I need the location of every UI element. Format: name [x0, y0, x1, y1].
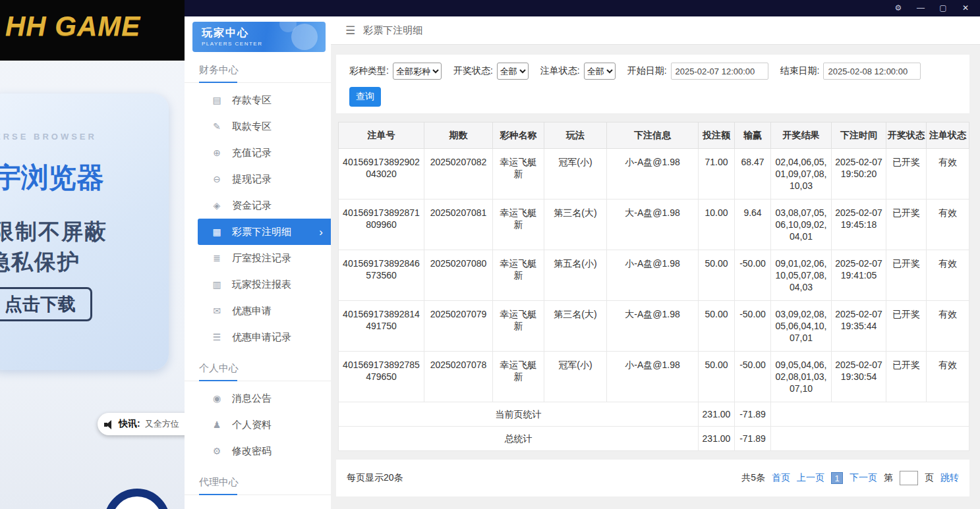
table-row: 40156917389278547965020250207078幸运飞艇新冠军(… — [339, 352, 969, 402]
column-header: 下注信息 — [607, 122, 699, 149]
sidebar-item-label: 优惠申请 — [232, 305, 272, 317]
draw-status-select[interactable]: 全部 — [497, 63, 529, 80]
table-cell: 20250207082 — [424, 149, 493, 200]
promo-title: 宇浏览器 — [0, 159, 104, 196]
order-status-select[interactable]: 全部 — [584, 63, 616, 80]
sidebar-item[interactable]: ◈资金记录 — [198, 192, 331, 219]
sidebar-item-label: 资金记录 — [232, 200, 272, 212]
table-cell: 有效 — [927, 200, 969, 250]
sidebar-menu: 财务中心▤存款专区✎取款专区⊕充值记录⊖提现记录◈资金记录▦彩票下注明细›≣厅室… — [185, 57, 331, 495]
password-icon: ⚙ — [211, 446, 223, 456]
table-cell: 09,05,04,06,02,08,01,03,07,10 — [771, 352, 832, 402]
table-cell: -50.00 — [735, 301, 771, 352]
table-cell: 10.00 — [699, 200, 735, 250]
sidebar-header: 玩家中心 PLAYERS CENTER — [192, 22, 326, 52]
sidebar-item[interactable]: ✉优惠申请 — [198, 298, 331, 324]
sidebar-item[interactable]: ≣厅室投注记录 — [198, 245, 331, 271]
sidebar-section-label: 个人中心 — [185, 356, 331, 381]
column-header: 期数 — [424, 122, 493, 149]
sidebar-item[interactable]: ☰优惠申请记录 — [198, 324, 331, 350]
profile-icon: ♟ — [211, 419, 223, 430]
column-header: 玩法 — [544, 122, 607, 149]
page-title: 彩票下注明细 — [363, 24, 422, 37]
sidebar-item[interactable]: ⊖提现记录 — [198, 166, 331, 192]
table-cell: 大-A盘@1.98 — [607, 301, 699, 352]
current-page[interactable]: 1 — [831, 472, 843, 484]
message-icon: ◉ — [211, 393, 223, 404]
filter-label: 注单状态: — [540, 65, 580, 77]
lottery-type-select[interactable]: 全部彩种 — [393, 63, 442, 80]
menu-toggle-icon[interactable]: ☰ — [345, 24, 355, 38]
sidebar-item[interactable]: ▤存款专区 — [198, 87, 331, 113]
table-cell: 401569173892846573560 — [339, 250, 424, 301]
app-window: ⚙ — ▢ ✕ 玩家中心 PLAYERS CENTER 财务中心▤存款专区✎取款… — [185, 0, 980, 509]
maximize-icon[interactable]: ▢ — [938, 0, 948, 16]
sidebar-item[interactable]: ⚙修改密码 — [198, 438, 331, 464]
page-word-prefix: 第 — [884, 472, 893, 484]
sidebar-item[interactable]: ⊕充值记录 — [198, 140, 331, 166]
promo-line-3: 隐私保护 — [0, 248, 80, 277]
download-button[interactable]: 点击下载 — [0, 287, 92, 321]
sidebar-title: 玩家中心 — [202, 26, 326, 40]
table-cell: 2025-02-07 19:45:18 — [832, 200, 886, 250]
query-button[interactable]: 查询 — [349, 87, 381, 107]
ticker-text: 又全方位 — [145, 418, 179, 430]
close-icon[interactable]: ✕ — [960, 0, 971, 16]
funds-icon: ◈ — [211, 200, 223, 211]
end-date-input[interactable] — [823, 63, 921, 80]
sidebar-item-label: 厅室投注记录 — [232, 252, 291, 265]
table-cell: 冠军(小) — [544, 149, 607, 200]
titlebar: ⚙ — ▢ ✕ — [185, 0, 980, 16]
sidebar-section-label: 财务中心 — [185, 57, 331, 83]
table-cell: 幸运飞艇新 — [493, 250, 544, 301]
table-cell: 小-A盘@1.98 — [607, 149, 699, 200]
summary-row: 总统计231.00-71.89 — [339, 427, 969, 451]
table-cell: -50.00 — [735, 250, 771, 301]
table-row: 40156917389281449175020250207079幸运飞艇新第三名… — [339, 301, 969, 352]
promo-banner: ERSE BROWSER 宇浏览器 限制不屏蔽 隐私保护 点击下载 — [0, 94, 169, 370]
page-jump-input[interactable] — [900, 471, 918, 485]
next-page-link[interactable]: 下一页 — [850, 472, 877, 484]
table-cell: 20250207079 — [424, 301, 493, 352]
ticker-label: 快讯: — [119, 418, 140, 430]
speaker-icon — [104, 419, 114, 429]
sidebar-item-label: 取款专区 — [232, 121, 272, 133]
site-logo: HH GAME — [5, 11, 140, 42]
sidebar-item-label: 个人资料 — [232, 419, 272, 431]
chevron-right-icon: › — [319, 227, 331, 238]
sidebar-subtitle: PLAYERS CENTER — [202, 41, 326, 47]
minimize-icon[interactable]: — — [915, 0, 926, 16]
summary-empty-cell — [771, 427, 969, 451]
lottery-detail-icon: ▦ — [211, 227, 223, 237]
cashout-icon: ⊖ — [211, 174, 223, 184]
column-header: 注单状态 — [927, 122, 969, 149]
table-cell: 幸运飞艇新 — [493, 200, 544, 250]
summary-label: 当前页统计 — [339, 402, 699, 427]
prev-page-link[interactable]: 上一页 — [797, 472, 824, 484]
sidebar-item[interactable]: ▥玩家投注报表 — [198, 271, 331, 298]
sidebar-item[interactable]: ◉消息公告 — [198, 385, 331, 412]
table-cell: 已开奖 — [886, 200, 927, 250]
page-header: ☰ 彩票下注明细 — [331, 16, 980, 45]
table-cell: 第三名(大) — [544, 200, 607, 250]
total-count: 共5条 — [741, 472, 765, 484]
table-cell: 有效 — [927, 250, 969, 301]
first-page-link[interactable]: 首页 — [772, 472, 790, 484]
table-cell: 20250207078 — [424, 352, 493, 402]
news-ticker: 快讯: 又全方位 — [98, 413, 185, 435]
summary-winloss-total: -71.89 — [735, 402, 771, 427]
sidebar-item[interactable]: ▦彩票下注明细› — [198, 219, 331, 245]
table-cell: 幸运飞艇新 — [493, 352, 544, 402]
sidebar-item-label: 玩家投注报表 — [232, 279, 291, 291]
settings-icon[interactable]: ⚙ — [893, 0, 904, 16]
sidebar-item[interactable]: ✎取款专区 — [198, 113, 331, 140]
summary-row: 当前页统计231.00-71.89 — [339, 402, 969, 427]
table-cell: 2025-02-07 19:50:20 — [832, 149, 886, 200]
table-cell: 2025-02-07 19:30:54 — [832, 352, 886, 402]
sidebar-item[interactable]: ♟个人资料 — [198, 412, 331, 438]
table-row: 40156917389284657356020250207080幸运飞艇新第五名… — [339, 250, 969, 301]
table-cell: 2025-02-07 19:41:05 — [832, 250, 886, 301]
start-date-input[interactable] — [671, 63, 768, 80]
jump-link[interactable]: 跳转 — [940, 472, 959, 484]
withdraw-icon: ✎ — [211, 121, 223, 132]
